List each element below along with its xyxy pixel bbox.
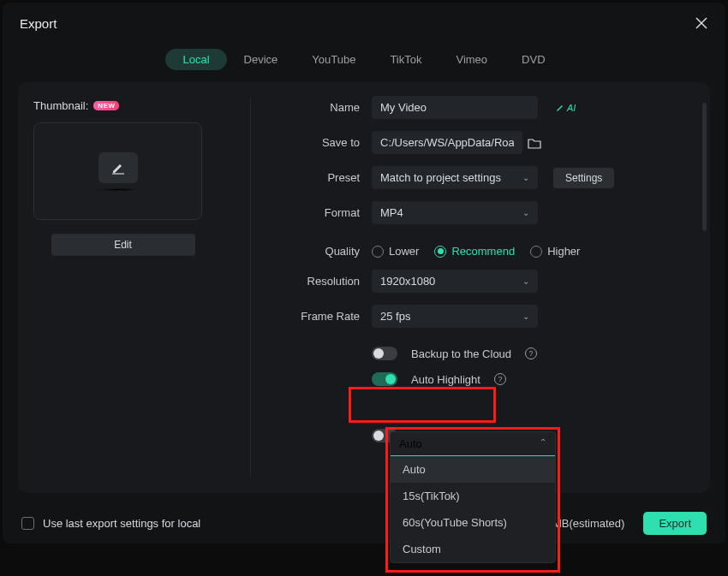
name-label: Name bbox=[257, 101, 360, 114]
resolution-label: Resolution bbox=[257, 275, 360, 288]
format-select[interactable]: MP4⌄ bbox=[372, 201, 538, 224]
tab-tiktok[interactable]: TikTok bbox=[373, 49, 439, 70]
preset-select[interactable]: Match to project settings⌄ bbox=[372, 166, 538, 189]
footer: Use last export settings for local 0 MB(… bbox=[3, 503, 725, 543]
tab-youtube[interactable]: YouTube bbox=[295, 49, 373, 70]
settings-button[interactable]: Settings bbox=[553, 168, 614, 188]
highlight-duration-dropdown: Auto⌃ Auto 15s(TikTok) 60s(YouTube Short… bbox=[390, 431, 556, 563]
backup-toggle[interactable] bbox=[372, 347, 397, 360]
chevron-down-icon: ⌄ bbox=[522, 276, 529, 286]
format-label: Format bbox=[257, 206, 360, 219]
help-icon[interactable]: ? bbox=[494, 373, 506, 385]
dialog-title: Export bbox=[20, 16, 57, 31]
quality-recommend-radio[interactable]: Recommend bbox=[434, 245, 515, 258]
edit-button[interactable]: Edit bbox=[51, 234, 195, 256]
name-input[interactable] bbox=[372, 96, 538, 119]
tabs: Local Device YouTube TikTok Vimeo DVD bbox=[3, 49, 725, 70]
new-badge: NEW bbox=[93, 101, 119, 110]
preset-label: Preset bbox=[257, 171, 360, 184]
dropdown-selected[interactable]: Auto⌃ bbox=[391, 432, 555, 456]
quality-higher-radio[interactable]: Higher bbox=[530, 245, 580, 258]
tab-dvd[interactable]: DVD bbox=[504, 49, 562, 70]
dropdown-item-15s[interactable]: 15s(TikTok) bbox=[391, 483, 555, 509]
dropdown-item-auto[interactable]: Auto bbox=[391, 456, 555, 483]
quality-group: Lower Recommend Higher bbox=[372, 245, 580, 258]
quality-lower-radio[interactable]: Lower bbox=[372, 245, 419, 258]
auto-highlight-toggle[interactable] bbox=[372, 372, 397, 386]
saveto-label: Save to bbox=[257, 136, 360, 149]
export-button[interactable]: Export bbox=[643, 512, 707, 535]
scrollbar[interactable] bbox=[702, 103, 707, 231]
edit-thumbnail-icon bbox=[98, 152, 138, 183]
thumbnail-panel: Thumbnail: NEW Edit bbox=[18, 82, 228, 493]
tab-local[interactable]: Local bbox=[165, 49, 226, 70]
tab-vimeo[interactable]: Vimeo bbox=[439, 49, 504, 70]
resolution-select[interactable]: 1920x1080⌄ bbox=[372, 270, 538, 293]
dropdown-item-60s[interactable]: 60s(YouTube Shorts) bbox=[391, 509, 555, 536]
export-dialog: Export Local Device YouTube TikTok Vimeo… bbox=[3, 3, 725, 543]
dialog-body: Thumbnail: NEW Edit Name AI bbox=[18, 82, 710, 493]
chevron-down-icon: ⌄ bbox=[522, 173, 529, 182]
backup-label: Backup to the Cloud bbox=[411, 347, 511, 360]
tab-device[interactable]: Device bbox=[227, 49, 295, 70]
thumbnail-preview[interactable] bbox=[33, 122, 202, 220]
ai-rename-icon[interactable]: AI bbox=[555, 103, 576, 113]
use-last-settings-checkbox[interactable] bbox=[21, 517, 34, 530]
auto-highlight-label: Auto Highlight bbox=[411, 373, 480, 386]
thumbnail-label: Thumbnail: bbox=[33, 99, 88, 112]
folder-icon[interactable] bbox=[528, 137, 543, 149]
quality-label: Quality bbox=[257, 245, 360, 258]
saveto-input[interactable] bbox=[372, 131, 522, 154]
chevron-up-icon: ⌃ bbox=[540, 437, 546, 450]
chevron-down-icon: ⌄ bbox=[522, 208, 529, 217]
title-bar: Export bbox=[3, 3, 725, 39]
framerate-select[interactable]: 25 fps⌄ bbox=[372, 305, 538, 328]
close-icon[interactable] bbox=[693, 15, 710, 32]
help-icon[interactable]: ? bbox=[525, 347, 537, 359]
chevron-down-icon: ⌄ bbox=[522, 312, 529, 321]
use-last-settings-label: Use last export settings for local bbox=[43, 517, 200, 530]
framerate-label: Frame Rate bbox=[257, 310, 360, 323]
dropdown-item-custom[interactable]: Custom bbox=[391, 536, 555, 562]
